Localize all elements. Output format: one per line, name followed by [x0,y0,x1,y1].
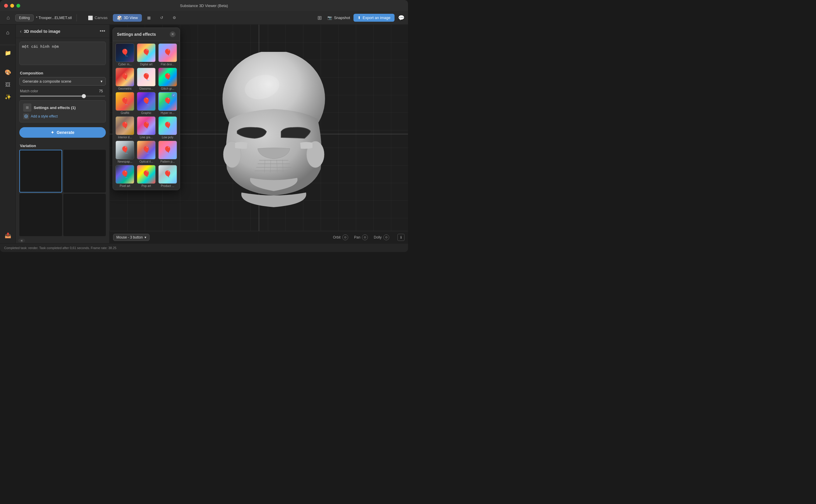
style-label: Cyber m... [118,63,132,66]
style-item[interactable]: 🎈Flat desi... [157,43,178,67]
style-label: Glassmo... [139,87,153,90]
style-item[interactable]: 🎈Low poly [157,116,178,139]
canvas-tab-label: Canvas [95,16,108,20]
generate-button[interactable]: ✦ Generate [19,127,106,138]
canvas-tab[interactable]: ⬜ Canvas [84,14,112,22]
slider-thumb[interactable] [82,94,86,98]
match-color-row: Match color 75 [16,88,109,96]
sidebar-item-effects[interactable]: ✨ [2,91,13,103]
style-thumbnail: 🎈 [158,141,177,159]
export-button[interactable]: ⬆ Export an image [353,14,395,22]
editing-button[interactable]: Editing [15,14,34,21]
settings-effects-title: Settings and effects (1) [34,105,76,110]
navigation-controls: Orbit ⊙ Pan ⊙ Dolly ⊙ ℹ [333,234,404,241]
style-item[interactable]: 🎈Glitch gr... [157,67,178,91]
maximize-button[interactable] [16,4,20,8]
variation-cell-2[interactable] [63,150,106,193]
match-color-slider[interactable] [16,96,109,100]
sidebar-item-image[interactable]: 🖼 [2,79,13,90]
sidebar-item-home[interactable]: ⌂ [2,27,13,38]
filename-label: * Trooper...ELMET.stl [36,16,72,20]
style-label: Optical il... [140,160,153,163]
dolly-label: Dolly [374,235,382,239]
style-item[interactable]: 🎈Glassmo... [136,67,157,91]
snapshot-label: Snapshot [334,16,350,20]
sidebar-item-export[interactable]: 📤 [2,230,13,241]
slider-fill [20,96,84,97]
settings-effects-icon: ⊞ [23,103,31,112]
style-thumbnail: 🎈 [158,43,177,62]
window-controls [4,4,20,8]
mouse-button-dropdown[interactable]: Mouse - 3 button ▾ [113,234,149,241]
style-thumbnail: 🎈 [115,141,134,159]
style-item[interactable]: 🎈Geometric [115,67,135,91]
home-button[interactable]: ⌂ [4,13,13,23]
style-item[interactable]: 🎈Product ... [157,164,178,188]
info-button[interactable]: ℹ [397,234,404,241]
style-item[interactable]: 🎈Digital art [136,43,157,67]
mouse-dropdown-chevron-icon: ▾ [145,235,146,239]
popup-close-button[interactable]: × [170,31,176,37]
collapse-button[interactable]: « [18,239,25,243]
style-item[interactable]: 🎈Graffiti [115,91,135,115]
viewport[interactable]: Settings and effects × 🎈Cyber m...🎈Digit… [110,25,408,243]
pan-control: Pan ⊙ [354,234,368,240]
style-item[interactable]: 🎈Graphic [136,91,157,115]
style-label: Geometric [118,87,132,90]
threed-view-tab[interactable]: 🎲 3D View [113,14,142,22]
style-label: Graphic [141,111,151,115]
dolly-icon: ⊙ [383,234,389,240]
style-item[interactable]: 🎈Pattern p... [157,140,178,164]
settings-effects-header: ⊞ Settings and effects (1) [23,103,102,112]
extra-icon: ⚙ [173,16,176,20]
variation-cell-3[interactable] [19,194,62,236]
pan-label: Pan [354,235,360,239]
style-thumbnail: 🎈 [137,141,156,159]
variation-cell-4[interactable] [63,194,106,236]
left-panel: ‹ 3D model to image ••• một cái hình nộm… [16,25,110,243]
style-item[interactable]: 🎈Newspap... [115,140,135,164]
style-thumbnail: 🎈 [137,92,156,111]
panel-back-button[interactable]: ‹ [20,29,21,34]
style-item[interactable]: ✓🎈Hyper re... [157,91,178,115]
style-item[interactable]: 🎈Interior d... [115,116,135,139]
grid-icon[interactable]: ⊞ [315,13,324,22]
toolbar-right: ⊞ 📷 Snapshot ⬆ Export an image 💬 [315,13,404,22]
style-label: Glitch gr... [161,87,174,90]
style-thumbnail: 🎈 [137,68,156,86]
variation-grid [16,150,109,239]
prompt-textarea[interactable]: một cái hình nộm [19,42,106,65]
style-label: Newspap... [118,160,132,163]
style-item[interactable]: 🎈Optical il... [136,140,157,164]
render-tab[interactable]: ↺ [156,14,167,22]
generate-icon: ✦ [51,130,54,135]
snapshot-button[interactable]: 📷 Snapshot [327,16,350,20]
chat-button[interactable]: 💬 [398,15,404,21]
add-style-effect-button[interactable]: Add a style effect [23,113,102,119]
style-item[interactable]: 🎈Pixel art [115,164,135,188]
close-button[interactable] [4,4,8,8]
style-item[interactable]: 🎈Cyber m... [115,43,135,67]
threed-icon: 🎲 [117,16,122,20]
export-icon: ⬆ [358,16,361,20]
panel-menu-button[interactable]: ••• [100,28,105,34]
mouse-button-label: Mouse - 3 button [116,235,143,239]
slider-track [20,96,105,97]
style-thumbnail: 🎈 [158,68,177,86]
sidebar-item-files[interactable]: 📁 [2,47,13,59]
variation-cell-1[interactable] [19,150,62,193]
minimize-button[interactable] [10,4,14,8]
style-label: Digital art [140,63,152,66]
match-color-label: Match color [20,89,99,93]
composition-dropdown[interactable]: Generate a composite scene ▾ [19,77,106,86]
style-item[interactable]: 🎈Pop art [136,164,157,188]
extra-tab[interactable]: ⚙ [169,14,180,22]
composition-option: Generate a composite scene [23,79,71,84]
style-item[interactable]: 🎈Line gra... [136,116,157,139]
snapshot-icon: 📷 [327,16,332,20]
style-label: Graffiti [121,111,129,115]
frame-tab[interactable]: ▦ [143,14,155,22]
status-text: Completed task: render. Task completed a… [4,246,116,250]
sidebar-item-palette[interactable]: 🎨 [2,67,13,78]
orbit-control: Orbit ⊙ [333,234,348,240]
